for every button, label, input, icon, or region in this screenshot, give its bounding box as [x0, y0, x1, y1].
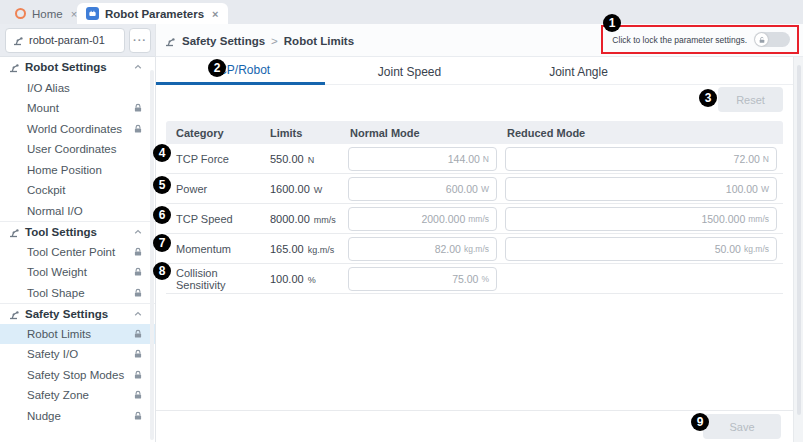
sidebar-item-normal-io[interactable]: Normal I/O — [0, 201, 155, 222]
footer-divider — [156, 410, 793, 411]
browser-tab-label: Robot Parameters — [105, 8, 204, 20]
limit-unit: kg.m/s — [308, 245, 335, 255]
parameter-set-selector[interactable]: robot-param-01 — [5, 28, 125, 53]
sidebar-item-tool-shape[interactable]: Tool Shape — [0, 283, 155, 304]
chevron-up-icon — [133, 227, 143, 237]
reduced-mode-input[interactable]: 50.00kg.m/s — [505, 237, 777, 261]
limit-value: 100.00 — [270, 273, 304, 285]
annotation-badge-3: 3 — [699, 89, 717, 107]
sidebar-section-safety-settings[interactable]: Safety Settings — [0, 303, 155, 324]
tab-tcp-robot[interactable]: TCP/Robot — [156, 58, 325, 85]
limit-value: 8000.00 — [270, 213, 310, 225]
column-header-reduced-mode: Reduced Mode — [497, 127, 783, 139]
save-button[interactable]: Save — [703, 414, 781, 439]
limit-value: 165.00 — [270, 243, 304, 255]
robot-icon — [8, 308, 20, 320]
limit-unit: N — [308, 155, 315, 165]
category-label: Collision Sensitivity — [166, 267, 260, 291]
parameter-tabs: TCP/Robot Joint Speed Joint Angle — [156, 58, 793, 85]
annotation-badge-4: 4 — [153, 144, 171, 162]
robot-parameters-app: Home × Robot Parameters × robot-param-01… — [0, 0, 803, 442]
lock-icon — [133, 124, 143, 134]
sidebar-section-robot-settings[interactable]: Robot Settings — [0, 57, 155, 78]
lock-icon — [133, 411, 143, 421]
close-icon[interactable]: × — [212, 8, 218, 20]
sidebar-item-safety-io[interactable]: Safety I/O — [0, 344, 155, 365]
normal-mode-input[interactable]: 600.00W — [348, 177, 497, 201]
robot-icon — [8, 226, 20, 238]
sidebar-item-user-coordinates[interactable]: User Coordinates — [0, 139, 155, 160]
robot-parameters-tab-icon — [86, 7, 99, 20]
annotation-badge-1: 1 — [603, 14, 621, 32]
column-header-normal-mode: Normal Mode — [340, 127, 497, 139]
sidebar-item-home-position[interactable]: Home Position — [0, 160, 155, 181]
limit-unit: mm/s — [314, 215, 336, 225]
annotation-badge-6: 6 — [153, 206, 171, 224]
browser-tab-home[interactable]: Home × — [6, 3, 86, 24]
limit-value: 1600.00 — [270, 183, 310, 195]
annotation-badge-5: 5 — [153, 176, 171, 194]
sidebar-item-tool-center-point[interactable]: Tool Center Point — [0, 242, 155, 263]
breadcrumb-parent[interactable]: Safety Settings — [182, 35, 265, 47]
lock-icon — [133, 103, 143, 113]
column-header-limits: Limits — [260, 127, 340, 139]
sidebar-header: robot-param-01 ··· — [0, 24, 155, 57]
sidebar-item-mount[interactable]: Mount — [0, 98, 155, 119]
table-row-momentum: Momentum 165.00kg.m/s 82.00kg.m/s 50.00k… — [166, 234, 783, 264]
reduced-mode-input[interactable]: 100.00W — [505, 177, 777, 201]
browser-tab-robot-parameters[interactable]: Robot Parameters × — [77, 3, 228, 24]
lock-icon — [133, 390, 143, 400]
sidebar-item-safety-zone[interactable]: Safety Zone — [0, 385, 155, 406]
sidebar-item-tool-weight[interactable]: Tool Weight — [0, 262, 155, 283]
reduced-mode-input[interactable]: 72.00N — [505, 147, 777, 171]
category-label: Momentum — [166, 243, 260, 255]
category-label: TCP Force — [166, 153, 260, 165]
home-tab-icon — [15, 8, 26, 19]
lock-callout-text: Click to lock the parameter settings. — [612, 35, 747, 45]
sidebar-scrollbar[interactable] — [150, 70, 154, 440]
robot-icon — [8, 61, 20, 73]
annotation-badge-2: 2 — [208, 59, 226, 77]
sidebar-item-robot-limits[interactable]: Robot Limits — [0, 324, 155, 345]
limit-unit: W — [314, 185, 323, 195]
sidebar-nav: Robot Settings I/O Alias Mount World Coo… — [0, 57, 155, 426]
reduced-mode-input[interactable]: 1500.000mm/s — [505, 207, 777, 231]
lock-icon — [133, 288, 143, 298]
robot-icon — [164, 35, 176, 47]
lock-icon — [133, 267, 143, 277]
lock-icon — [133, 370, 143, 380]
parameter-lock-toggle[interactable] — [754, 32, 790, 47]
more-options-button[interactable]: ··· — [129, 28, 151, 53]
breadcrumb: Safety Settings > Robot Limits — [164, 24, 354, 57]
limits-table: Category Limits Normal Mode Reduced Mode… — [166, 121, 783, 294]
table-row-collision-sensitivity: Collision Sensitivity 100.00% 75.00% — [166, 264, 783, 294]
sidebar-item-safety-stop-modes[interactable]: Safety Stop Modes — [0, 365, 155, 386]
tab-joint-speed[interactable]: Joint Speed — [325, 58, 494, 85]
sidebar-item-nudge[interactable]: Nudge — [0, 406, 155, 427]
normal-mode-input[interactable]: 82.00kg.m/s — [348, 237, 497, 261]
normal-mode-input[interactable]: 144.00N — [348, 147, 497, 171]
normal-mode-input[interactable]: 2000.000mm/s — [348, 207, 497, 231]
toggle-knob — [755, 33, 768, 46]
category-label: Power — [166, 183, 260, 195]
table-row-tcp-force: TCP Force 550.00N 144.00N 72.00N — [166, 144, 783, 174]
normal-mode-input[interactable]: 75.00% — [348, 267, 497, 291]
lock-callout: Click to lock the parameter settings. — [601, 25, 799, 54]
lock-icon — [133, 349, 143, 359]
table-row-power: Power 1600.00W 600.00W 100.00W — [166, 174, 783, 204]
limit-value: 550.00 — [270, 153, 304, 165]
sidebar-item-io-alias[interactable]: I/O Alias — [0, 78, 155, 99]
annotation-badge-7: 7 — [153, 234, 171, 252]
sidebar: robot-param-01 ··· Robot Settings I/O Al… — [0, 24, 156, 442]
column-header-category: Category — [166, 127, 260, 139]
sidebar-section-tool-settings[interactable]: Tool Settings — [0, 221, 155, 242]
tab-joint-angle[interactable]: Joint Angle — [494, 58, 663, 85]
limit-unit: % — [308, 275, 316, 285]
breadcrumb-separator: > — [271, 35, 278, 47]
scrollbar-thumb[interactable] — [797, 65, 801, 415]
reset-button[interactable]: Reset — [718, 87, 783, 112]
unlock-icon — [758, 36, 766, 44]
sidebar-item-world-coordinates[interactable]: World Coordinates — [0, 119, 155, 140]
sidebar-item-cockpit[interactable]: Cockpit — [0, 180, 155, 201]
main-scrollbar[interactable] — [793, 57, 803, 442]
